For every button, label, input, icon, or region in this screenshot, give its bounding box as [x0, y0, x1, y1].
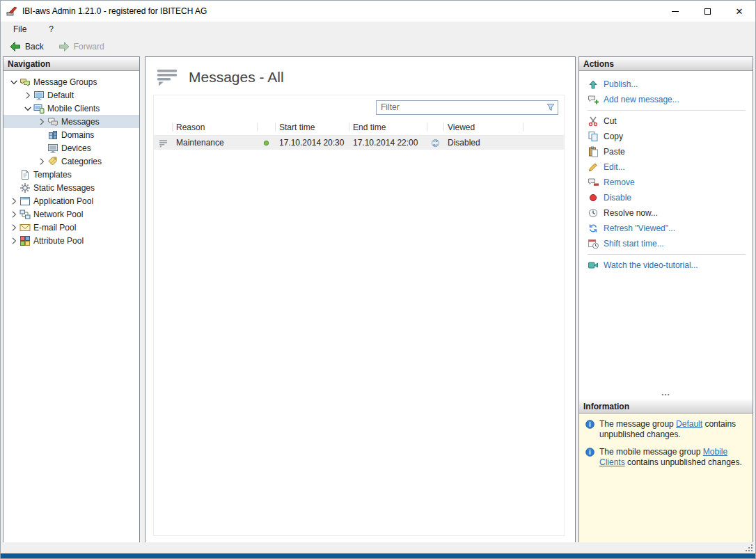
info-icon — [585, 419, 595, 430]
action-publish[interactable]: Publish... — [579, 77, 753, 92]
actions-splitter-grip[interactable]: … — [579, 390, 753, 400]
attribute-pool-icon — [19, 235, 31, 246]
action-shift-start-time[interactable]: Shift start time... — [579, 236, 753, 251]
add-message-icon — [588, 94, 599, 105]
tree-item-e-mail-pool[interactable]: E-mail Pool — [3, 221, 139, 234]
window-controls: ✕ — [659, 1, 755, 22]
chevron-collapsed-icon[interactable] — [22, 90, 33, 101]
resize-grip-icon[interactable] — [745, 544, 753, 552]
actions-panel: Actions Publish...Add new message...CutC… — [578, 56, 753, 544]
tree-item-devices[interactable]: Devices — [3, 141, 139, 155]
tree-item-label: Application Pool — [31, 196, 93, 206]
mobile-clients-icon — [33, 103, 45, 114]
tree-item-message-groups[interactable]: Message Groups — [3, 75, 139, 88]
action-resolve-now[interactable]: Resolve now... — [579, 205, 753, 221]
tree-item-label: E-mail Pool — [31, 223, 76, 233]
column-viewed-icon[interactable] — [427, 119, 443, 135]
action-watch-the-video-tutorial[interactable]: Watch the video-tutorial... — [579, 258, 753, 273]
separator — [588, 254, 746, 255]
reason-cell: Maintenance — [172, 138, 257, 148]
action-paste[interactable]: Paste — [579, 144, 753, 159]
chevron-expanded-icon[interactable] — [22, 103, 33, 114]
filter-funnel-icon[interactable] — [544, 102, 558, 113]
window-title: IBI-aws Admin 1.21.0 - registered for IB… — [22, 6, 207, 16]
static-messages-icon — [19, 182, 31, 194]
window-accent-border — [1, 553, 755, 558]
menu-file[interactable]: File — [10, 23, 29, 36]
tree-item-label: Templates — [31, 170, 72, 180]
app-icon — [6, 6, 17, 17]
messages-icon — [47, 116, 58, 127]
column-viewed[interactable]: Viewed — [443, 119, 523, 135]
column-reason[interactable]: Reason — [172, 119, 257, 135]
maximize-button[interactable] — [691, 1, 723, 22]
column-end-time[interactable]: End time — [349, 119, 427, 135]
filter-input[interactable] — [377, 102, 544, 112]
info-text: The message group Default contains unpub… — [599, 419, 747, 440]
tree-item-categories[interactable]: Categories — [3, 155, 139, 168]
messages-page-icon — [155, 67, 179, 88]
tree-item-label: Default — [45, 90, 74, 100]
chevron-collapsed-icon[interactable] — [8, 222, 19, 233]
minimize-button[interactable] — [659, 1, 691, 22]
chevron-collapsed-icon[interactable] — [8, 209, 19, 220]
tree-item-default[interactable]: Default — [3, 88, 139, 102]
navigation-header-label: Navigation — [8, 59, 50, 69]
actions-panel-header: Actions — [579, 57, 753, 71]
column-status[interactable] — [257, 119, 275, 135]
action-refresh-viewed[interactable]: Refresh "Viewed"... — [579, 221, 753, 236]
title-bar: IBI-aws Admin 1.21.0 - registered for IB… — [1, 1, 755, 22]
viewed-cell: Disabled — [443, 138, 523, 148]
action-disable[interactable]: Disable — [579, 190, 753, 205]
column-filler — [523, 119, 564, 135]
action-add-new-message[interactable]: Add new message... — [579, 92, 753, 107]
tree-item-network-pool[interactable]: Network Pool — [3, 207, 139, 221]
action-label: Cut — [604, 116, 617, 126]
forward-arrow-icon — [58, 40, 70, 53]
info-link-default[interactable]: Default — [676, 419, 702, 429]
chevron-collapsed-icon[interactable] — [8, 235, 19, 246]
tree-item-application-pool[interactable]: Application Pool — [3, 194, 139, 207]
tree-item-static-messages[interactable]: Static Messages — [3, 181, 139, 194]
application-pool-icon — [19, 196, 31, 207]
menu-bar: File ? — [1, 22, 755, 37]
paste-icon — [588, 146, 599, 157]
action-edit[interactable]: Edit... — [579, 159, 753, 175]
chevron-collapsed-icon[interactable] — [8, 196, 19, 207]
column-row-icon[interactable] — [154, 119, 172, 135]
message-group-icon — [33, 90, 45, 101]
forward-button[interactable]: Forward — [55, 39, 107, 54]
action-label: Paste — [604, 147, 625, 157]
action-remove[interactable]: Remove — [579, 175, 753, 190]
tree-item-mobile-clients[interactable]: Mobile Clients — [3, 102, 139, 115]
close-button[interactable]: ✕ — [723, 1, 755, 22]
action-copy[interactable]: Copy — [579, 129, 753, 144]
menu-help[interactable]: ? — [46, 23, 56, 36]
filter-box — [376, 100, 558, 115]
tree-item-messages[interactable]: Messages — [3, 115, 139, 128]
actions-list: Publish...Add new message...CutCopyPaste… — [579, 71, 753, 390]
publish-icon — [588, 79, 599, 90]
tree-item-label: Domains — [58, 130, 94, 140]
table-header: Reason Start time End time Viewed — [154, 119, 564, 136]
cut-icon — [588, 116, 599, 127]
back-button[interactable]: Back — [6, 39, 47, 54]
active-indicator-icon — [261, 138, 271, 148]
tree-item-attribute-pool[interactable]: Attribute Pool — [3, 234, 139, 247]
chevron-collapsed-icon[interactable] — [36, 116, 47, 127]
column-start-time[interactable]: Start time — [275, 119, 349, 135]
tree-item-domains[interactable]: Domains — [3, 128, 139, 141]
action-cut[interactable]: Cut — [579, 113, 753, 129]
forward-button-label: Forward — [74, 42, 104, 52]
tree-item-templates[interactable]: Templates — [3, 168, 139, 181]
actions-header-label: Actions — [583, 59, 614, 69]
remove-icon — [588, 177, 599, 188]
back-arrow-icon — [9, 40, 22, 53]
action-label: Shift start time... — [604, 239, 664, 249]
table-row[interactable]: Maintenance17.10.2014 20:3017.10.2014 22… — [154, 136, 564, 150]
chevron-collapsed-icon[interactable] — [36, 156, 47, 167]
chevron-expanded-icon[interactable] — [8, 77, 19, 88]
separator — [588, 110, 746, 111]
back-button-label: Back — [25, 42, 44, 52]
tree-item-label: Network Pool — [31, 210, 83, 219]
